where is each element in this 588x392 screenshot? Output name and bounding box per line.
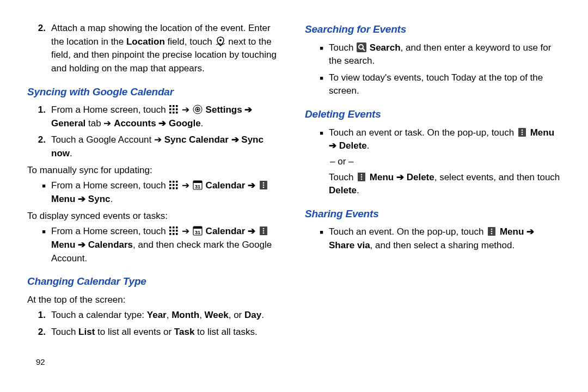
share-item: ■ Touch an event. On the pop-up, touch M… [305,225,561,252]
heading-changing-type: Changing Calendar Type [27,274,283,289]
cct-step-2: 2. Touch List to list all events or Task… [27,326,283,339]
search-item-1: ■ Touch Search, and then enter a keyword… [305,41,561,68]
heading-searching: Searching for Events [305,22,561,37]
display-intro: To display synced events or tasks: [27,210,283,223]
left-column: 2. Attach a map showing the location of … [27,22,283,387]
cct-intro: At the top of the screen: [27,293,283,307]
apps-icon [169,226,179,236]
delete-item: ■ Touch an event or task. On the pop-up,… [305,126,561,198]
heading-deleting: Deleting Events [305,107,561,122]
apps-icon [169,180,179,190]
or-separator: – or – [329,155,561,169]
heading-sharing: Sharing Events [305,206,561,222]
sync-step-1: 1. From a Home screen, touch ➔ Settings … [27,103,283,130]
manual-sync-item: ■ From a Home screen, touch ➔ Calendar ➔… [27,179,283,206]
sync-step-2: 2. Touch a Google Account ➔ Sync Calenda… [27,133,283,160]
calendar-icon [193,226,203,236]
menu-icon [259,180,268,190]
map-pin-icon [216,36,225,46]
manual-sync-intro: To manually sync for updating: [27,164,283,177]
step-number: 2. [27,22,51,76]
cct-step-1: 1. Touch a calendar type: Year, Month, W… [27,309,283,322]
menu-icon [259,226,268,236]
apps-icon [169,105,179,114]
right-column: Searching for Events ■ Touch Search, and… [305,22,561,387]
menu-icon [517,127,527,137]
calendar-icon [193,180,203,190]
heading-syncing: Syncing with Google Calendar [27,84,283,100]
search-item-2: ■ To view today's events, touch Today at… [305,71,561,98]
menu-icon [487,226,497,236]
step-text: Attach a map showing the location of the… [51,22,283,76]
search-icon [357,42,366,52]
menu-icon [357,172,366,182]
display-item: ■ From a Home screen, touch ➔ Calendar ➔… [27,225,283,265]
event-map-step: 2. Attach a map showing the location of … [27,22,283,76]
settings-icon [193,105,203,114]
page-number: 92 [36,356,45,368]
